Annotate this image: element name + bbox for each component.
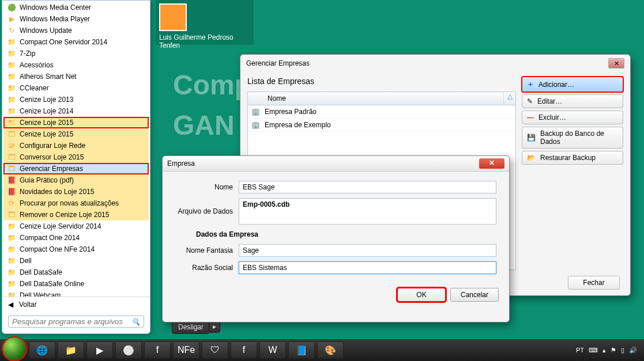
search-input[interactable] [12,317,131,326]
program-label: Dell DataSafe Online [20,280,84,288]
user-picture [159,3,187,31]
close-icon[interactable]: ✕ [608,58,624,69]
tray-lang[interactable]: PT [576,347,584,354]
program-label: 7-Zip [20,50,35,58]
start-menu-item[interactable]: ↻Windows Update [3,25,149,36]
program-icon: 🗔 [7,130,16,139]
company-row[interactable]: 🏢Empresa de Exemplo [248,119,515,132]
taskbar-app-button[interactable]: 🌐 [29,341,55,359]
start-menu-item[interactable]: 📁Compact One NFe 2014 [3,244,149,255]
folder-open-icon: 📂 [527,154,536,162]
program-icon: 📁 [7,279,16,288]
tray-chevron-icon[interactable]: ▴ [602,347,606,354]
taskbar-app-button[interactable]: 📁 [58,341,84,359]
taskbar-app-button[interactable]: f [144,341,171,359]
start-menu-item[interactable]: 🗔Gerenciar Empresas [3,163,149,174]
system-tray[interactable]: PT ⌨ ▴ ⚑ ▯ 🔊 [576,347,642,354]
program-icon: 🗔 [7,210,16,219]
start-menu-item[interactable]: 📁Atheros Smart Net [3,71,149,82]
add-button[interactable]: ＋ Adicionar… [522,77,623,92]
program-icon: 📕 [7,187,16,196]
program-label: Cenize Loje 2013 [20,96,73,104]
nome-field[interactable]: EBS Sage [239,181,496,193]
program-label: Atheros Smart Net [20,73,77,81]
program-label: Windows Media Player [20,15,90,23]
taskbar-app-button[interactable]: NFe [173,341,199,359]
taskbar-app-button[interactable]: 📘 [288,341,315,359]
start-menu-item[interactable]: 📁Dell DataSafe [3,267,149,278]
start-menu-back[interactable]: ◀ Voltar [2,297,150,312]
start-menu-item[interactable]: 📁7-Zip [3,48,149,59]
flag-icon[interactable]: ⚑ [611,347,616,354]
program-label: Remover o Cenize Loje 2015 [20,211,109,219]
start-menu-item[interactable]: 🖳Configurar Loje Rede [3,140,149,151]
volume-icon[interactable]: 🔊 [629,347,637,354]
program-label: Configurar Loje Rede [20,142,85,150]
start-menu-item[interactable]: 📕Guia Prático (pdf) [3,174,149,186]
col-nome[interactable]: Nome [263,92,504,105]
company-row[interactable]: 🏢Empresa Padrão [248,105,515,119]
program-icon: 📁 [7,245,16,254]
start-menu-item[interactable]: 🗔Remover o Cenize Loje 2015 [3,209,149,221]
start-menu-search[interactable]: 🔍 [8,316,144,328]
company-name: Empresa Padrão [265,108,317,116]
razao-field[interactable]: EBS Sistemas [239,261,496,274]
sort-asc-icon[interactable]: △ [504,92,515,105]
start-menu-item[interactable]: 📁 Compact One Servidor 2014 [3,36,149,48]
fantasia-field[interactable]: Sage [239,244,496,257]
empresa-titlebar: Empresa ✕ [163,156,509,172]
start-menu-item[interactable]: 📕Novidades do Loje 2015 [3,186,149,197]
start-menu-item[interactable]: 📁Acessórios [3,59,149,71]
start-menu: 🟢Windows Media Center▶Windows Media Play… [2,0,150,334]
program-label: Acessórios [20,61,54,69]
program-icon: 🗔 [7,153,16,162]
program-icon: 📁 [7,233,16,242]
start-menu-item[interactable]: 📁Dell Webcam [3,290,149,297]
ok-button[interactable]: OK [397,288,446,302]
program-label: Dell DataSafe [20,268,62,276]
start-menu-item[interactable]: 📁Cenize Loje 2014 [3,105,149,117]
start-menu-item[interactable]: ⟳Procurar por novas atualizações [3,197,149,209]
company-grid-header[interactable]: Nome △ [248,92,515,105]
keyboard-icon[interactable]: ⌨ [589,347,598,354]
program-icon: 📁 [7,49,16,58]
cancel-button[interactable]: Cancelar [450,288,499,302]
program-icon: 📁 [7,95,16,104]
taskbar-app-button[interactable]: ▶ [86,341,113,359]
taskbar-app-button[interactable]: ⚪ [115,341,142,359]
taskbar-app-button[interactable]: f [231,341,257,359]
restore-button[interactable]: 📂 Restaurar Backup [522,151,623,165]
program-label: Gerenciar Empresas [20,165,83,173]
section-dados-empresa: Dados da Empresa [196,230,496,238]
gerenciar-title: Gerenciar Empresas [246,59,310,67]
backup-button[interactable]: 💾 Backup do Banco de Dados [522,127,623,149]
delete-label: Excluir… [538,113,566,121]
taskbar-app-button[interactable]: W [259,341,286,359]
start-menu-item[interactable]: ▶Windows Media Player [3,13,149,25]
start-menu-item[interactable]: 📁Compact One 2014 [3,232,149,244]
program-icon: 🗔 [7,164,16,173]
program-icon: ▶ [7,14,16,24]
start-menu-item[interactable]: 📁Cenize Loje 2015 [3,117,149,128]
delete-button[interactable]: — Excluir… [522,111,623,124]
start-menu-item[interactable]: 🗔Cenize Loje 2015 [3,128,149,140]
network-icon[interactable]: ▯ [621,347,624,354]
program-icon: ↻ [7,26,16,35]
taskbar-app-button[interactable]: 🛡 [202,341,228,359]
start-menu-item[interactable]: 🟢Windows Media Center [3,2,149,13]
close-button[interactable]: Fechar [568,276,620,290]
start-menu-item[interactable]: 📁CCleaner [3,82,149,94]
company-list-title: Lista de Empresas [247,77,516,86]
edit-button[interactable]: ✎ Editar… [522,94,623,108]
start-menu-item[interactable]: 📁Cenize Loje 2013 [3,94,149,105]
taskbar-app-button[interactable]: 🎨 [317,341,344,359]
close-icon[interactable]: ✕ [479,158,504,169]
arquivo-field: Emp-0005.cdb [239,198,496,225]
program-icon: 📁 [7,291,16,297]
start-button[interactable] [2,337,27,361]
start-menu-item[interactable]: 🗔Conversor Loje 2015 [3,151,149,163]
program-icon: 📕 [7,176,16,185]
start-menu-item[interactable]: 📁Cenize Loje Servidor 2014 [3,221,149,232]
start-menu-item[interactable]: 📁Dell [3,255,149,267]
start-menu-item[interactable]: 📁Dell DataSafe Online [3,278,149,290]
